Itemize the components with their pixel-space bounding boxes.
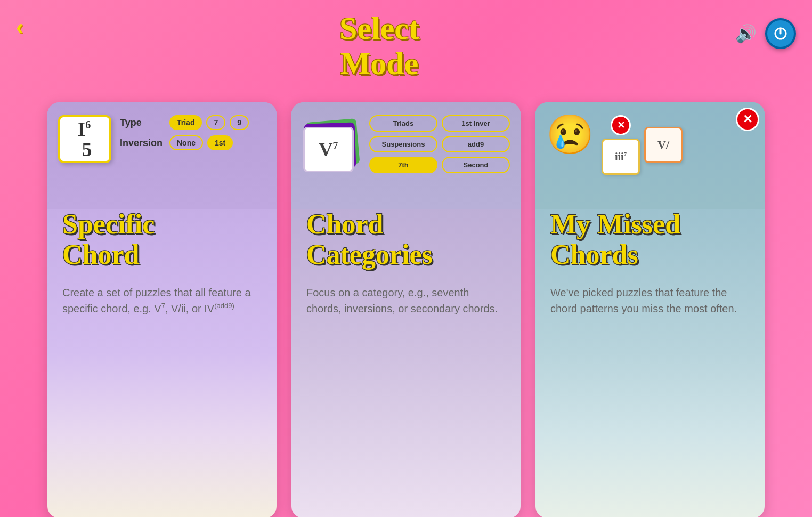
card3-cards-row: ✕ iii7 V/ (602, 115, 683, 175)
card3-flashcard2: V/ (644, 127, 683, 163)
card1-desc: Create a set of puzzles that all feature… (62, 285, 262, 317)
header-actions: 🔊 (735, 18, 796, 49)
card3-bottom: My MissedChords We've picked puzzles tha… (535, 209, 765, 517)
triads-button[interactable]: Triads (369, 115, 437, 132)
back-button[interactable]: ‹ (16, 16, 23, 38)
crying-emoji: 😢 (546, 115, 594, 154)
power-button[interactable] (765, 18, 796, 49)
9-button[interactable]: 9 (230, 115, 249, 130)
card1-top: I6 5 Type Triad 7 9 Inversion None 1st (47, 102, 277, 209)
type-label: Type (120, 117, 165, 128)
chord-categories-card[interactable]: V7 Triads 1st inver Suspensions add9 7th… (291, 102, 521, 517)
7th-button[interactable]: 7th (369, 157, 437, 173)
sound-icon[interactable]: 🔊 (735, 23, 757, 44)
card1-sup: 6 (85, 119, 91, 131)
card1-sub: 5 (82, 138, 92, 160)
card3-top: 😢 ✕ iii7 V/ (535, 102, 765, 209)
x-icon-small: ✕ (611, 115, 631, 135)
card2-title: ChordCategories (306, 209, 506, 270)
card3-title: My MissedChords (550, 209, 750, 270)
suspensions-button[interactable]: Suspensions (369, 136, 437, 152)
none-button[interactable]: None (169, 135, 203, 150)
specific-chord-card[interactable]: I6 5 Type Triad 7 9 Inversion None 1st (47, 102, 277, 517)
cards-container: I6 5 Type Triad 7 9 Inversion None 1st (0, 92, 812, 517)
card2-top: V7 Triads 1st inver Suspensions add9 7th… (291, 102, 521, 209)
missed-chords-card[interactable]: ✕ 😢 ✕ iii7 V/ My MissedChords (535, 102, 765, 517)
card1-flashcard: I6 5 (58, 115, 111, 163)
card1-roman: I6 5 (78, 119, 92, 159)
card3-desc: We've picked puzzles that feature the ch… (550, 285, 750, 317)
card2-roman: V7 (319, 139, 338, 161)
card2-bottom: ChordCategories Focus on a category, e.g… (291, 209, 521, 517)
1st-inver-button[interactable]: 1st inver (442, 115, 510, 132)
card2-categories: Triads 1st inver Suspensions add9 7th Se… (369, 115, 510, 173)
card2-desc: Focus on a category, e.g., seventh chord… (306, 285, 506, 317)
inversion-label: Inversion (120, 138, 165, 149)
add9-button[interactable]: add9 (442, 136, 510, 152)
card1-bottom: SpecificChord Create a set of puzzles th… (47, 209, 277, 517)
inversion-row: Inversion None 1st (120, 135, 266, 150)
page-title: Select Mode (339, 11, 419, 81)
header: ‹ Select Mode 🔊 (0, 0, 812, 86)
card3-badge: ✕ (736, 108, 759, 131)
7-button[interactable]: 7 (206, 115, 225, 130)
card3-flashcard1: iii7 (602, 139, 640, 175)
triad-button[interactable]: Triad (169, 115, 202, 130)
card1-title: SpecificChord (62, 209, 262, 270)
card1-options: Type Triad 7 9 Inversion None 1st (120, 115, 266, 150)
type-row: Type Triad 7 9 (120, 115, 266, 130)
1st-button[interactable]: 1st (207, 135, 233, 150)
card2-stacked: V7 (302, 120, 361, 174)
card3-top-inner: 😢 ✕ iii7 V/ (546, 115, 754, 175)
stack-front: V7 (303, 127, 354, 172)
second-button[interactable]: Second (442, 157, 510, 173)
